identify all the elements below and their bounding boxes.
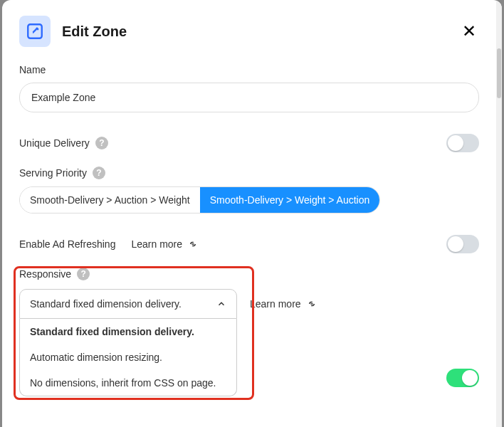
unique-delivery-label: Unique Delivery [19, 137, 90, 149]
responsive-selected-value: Standard fixed dimension delivery. [30, 298, 182, 310]
responsive-dropdown: Standard fixed dimension delivery. Autom… [19, 319, 237, 396]
responsive-option-0[interactable]: Standard fixed dimension delivery. [20, 319, 236, 344]
serving-priority-segmented: Smooth-Delivery > Auction > Weight Smoot… [19, 186, 380, 214]
learn-more-text: Learn more [131, 238, 182, 250]
help-icon[interactable]: ? [95, 137, 108, 149]
toggle-knob [462, 370, 478, 386]
priority-option-1[interactable]: Smooth-Delivery > Weight > Auction [200, 187, 380, 213]
ad-refreshing-label: Enable Ad Refreshing [19, 238, 115, 250]
priority-option-0[interactable]: Smooth-Delivery > Auction > Weight [20, 187, 200, 213]
ad-refreshing-label-row: Enable Ad Refreshing Learn more [19, 238, 198, 250]
name-input[interactable] [19, 83, 479, 112]
close-button[interactable]: ✕ [459, 20, 479, 43]
link-icon [305, 297, 319, 311]
serving-priority-label: Serving Priority [19, 167, 87, 179]
responsive-option-1[interactable]: Automatic dimension resizing. [20, 344, 236, 370]
responsive-label: Responsive [19, 268, 71, 280]
edit-zone-modal: Edit Zone ✕ Name Unique Delivery ? Servi… [2, 0, 502, 427]
unique-delivery-section: Unique Delivery ? [19, 134, 479, 152]
toggle-knob [448, 135, 463, 151]
responsive-select-display[interactable]: Standard fixed dimension delivery. [19, 289, 237, 319]
learn-more-text: Learn more [250, 298, 301, 310]
serving-priority-label-row: Serving Priority ? [19, 167, 479, 179]
name-section: Name [19, 64, 479, 112]
ad-refreshing-toggle[interactable] [446, 235, 479, 253]
scrollbar-thumb[interactable] [497, 48, 501, 98]
responsive-learn-more[interactable]: Learn more [250, 298, 317, 310]
modal-content: Edit Zone ✕ Name Unique Delivery ? Servi… [2, 0, 496, 427]
ad-refreshing-section: Enable Ad Refreshing Learn more [19, 235, 479, 253]
chevron-up-icon [216, 299, 226, 309]
scrollbar-track[interactable] [496, 0, 502, 427]
ad-refreshing-learn-more[interactable]: Learn more [131, 238, 198, 250]
extra-toggle[interactable] [446, 369, 479, 387]
unique-delivery-toggle[interactable] [446, 134, 479, 152]
name-label: Name [19, 64, 479, 75]
modal-header: Edit Zone ✕ [19, 16, 479, 47]
responsive-select: Standard fixed dimension delivery. Stand… [19, 289, 237, 319]
edit-icon [19, 16, 51, 47]
responsive-label-row: Responsive ? [19, 268, 479, 280]
toggle-knob [448, 236, 463, 252]
link-icon [186, 237, 200, 251]
help-icon[interactable]: ? [77, 268, 90, 280]
help-icon[interactable]: ? [93, 167, 105, 179]
modal-title: Edit Zone [62, 23, 459, 40]
serving-priority-section: Serving Priority ? Smooth-Delivery > Auc… [19, 167, 479, 214]
unique-delivery-label-row: Unique Delivery ? [19, 137, 108, 149]
responsive-option-2[interactable]: No dimensions, inherit from CSS on page. [20, 370, 236, 396]
responsive-section: Responsive ? Standard fixed dimension de… [19, 268, 479, 319]
